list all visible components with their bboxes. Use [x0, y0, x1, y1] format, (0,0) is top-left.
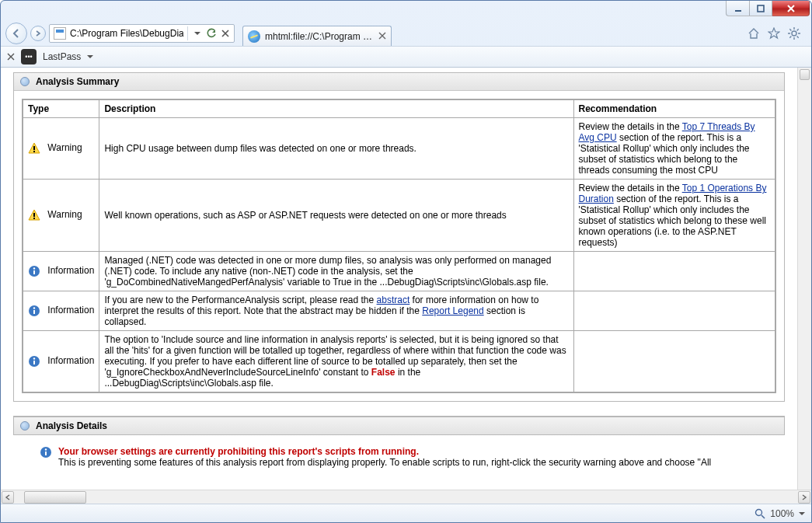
svg-rect-19 — [33, 310, 35, 314]
refresh-icon — [206, 28, 217, 39]
address-bar — [49, 24, 235, 43]
row-description: The option to 'Include source and line i… — [99, 331, 573, 393]
section-title: Analysis Details — [36, 420, 107, 431]
minimize-button[interactable] — [726, 1, 749, 16]
close-icon — [221, 29, 230, 38]
script-warning: Your browser settings are currently proh… — [5, 435, 793, 472]
table-row: Warning High CPU usage between dump file… — [23, 118, 775, 180]
row-recommendation: Review the details in the Top 7 Threads … — [573, 118, 775, 180]
row-recommendation — [573, 291, 775, 331]
analysis-summary-section: Analysis Summary Type Description Recomm… — [13, 72, 785, 402]
svg-point-27 — [756, 509, 762, 515]
info-icon — [28, 355, 40, 368]
close-button[interactable] — [772, 1, 810, 16]
row-recommendation — [573, 252, 775, 291]
report-legend-link[interactable]: Report Legend — [422, 305, 483, 316]
refresh-button[interactable] — [204, 26, 218, 40]
stop-button[interactable] — [218, 26, 232, 40]
tools-button[interactable] — [788, 27, 800, 40]
toolbar-close-button[interactable] — [7, 51, 15, 63]
close-icon — [7, 53, 15, 61]
horizontal-scrollbar[interactable] — [1, 490, 811, 504]
chevron-down-icon — [194, 32, 200, 35]
row-kind: Information — [47, 305, 94, 316]
false-constant: False — [371, 367, 396, 378]
zoom-level[interactable]: 100% — [770, 508, 794, 519]
lastpass-label[interactable]: LastPass — [43, 51, 81, 62]
info-icon — [28, 305, 40, 317]
vertical-scrollbar[interactable] — [797, 68, 811, 490]
svg-line-10 — [789, 37, 791, 38]
col-description: Description — [99, 99, 573, 118]
svg-rect-11 — [33, 146, 35, 150]
abstract-link[interactable]: abstract — [377, 295, 410, 305]
forward-button[interactable] — [30, 26, 46, 41]
table-row: Information Managed (.NET) code was dete… — [23, 252, 775, 291]
home-button[interactable] — [748, 27, 760, 40]
arrow-right-icon — [35, 30, 41, 37]
favorites-button[interactable] — [768, 27, 780, 40]
scroll-thumb[interactable] — [800, 69, 810, 80]
row-kind: Information — [47, 265, 94, 276]
analysis-details-section: Analysis Details — [13, 416, 785, 435]
svg-point-23 — [33, 357, 35, 359]
script-warning-text: Your browser settings are currently proh… — [58, 446, 711, 468]
magnifier-icon — [754, 508, 765, 519]
svg-rect-0 — [735, 10, 741, 12]
tab-active[interactable]: mhtml:file://C:\Program Fil... — [242, 26, 392, 46]
info-icon — [28, 265, 40, 277]
svg-line-8 — [797, 37, 799, 38]
zoom-button[interactable] — [754, 508, 765, 519]
svg-rect-1 — [758, 5, 764, 12]
lastpass-icon[interactable]: ••• — [21, 49, 37, 65]
svg-rect-16 — [33, 270, 35, 274]
info-icon — [40, 446, 52, 458]
row-description: High CPU usage between dump files was de… — [99, 118, 573, 180]
table-header-row: Type Description Recommendation — [23, 99, 775, 118]
analysis-details-header[interactable]: Analysis Details — [13, 417, 785, 435]
svg-point-2 — [792, 31, 796, 36]
summary-table-wrap: Type Description Recommendation — [14, 91, 784, 401]
warning-icon — [28, 209, 40, 221]
col-recommendation: Recommendation — [573, 99, 775, 118]
maximize-button[interactable] — [749, 1, 772, 16]
table-row: Warning Well known operations, such as A… — [23, 180, 775, 252]
chevron-down-icon[interactable] — [87, 55, 93, 58]
page-icon — [54, 27, 66, 40]
tab-title: mhtml:file://C:\Program Fil... — [265, 31, 374, 42]
svg-point-20 — [33, 307, 35, 309]
scroll-thumb[interactable] — [24, 491, 86, 504]
chevron-down-icon[interactable] — [799, 512, 805, 515]
section-title: Analysis Summary — [36, 76, 119, 87]
window-controls — [726, 1, 810, 16]
row-description: If you are new to the PerformanceAnalysi… — [99, 291, 573, 331]
analysis-summary-header[interactable]: Analysis Summary — [14, 73, 784, 91]
address-dropdown[interactable] — [190, 26, 204, 40]
svg-rect-12 — [33, 151, 35, 152]
svg-point-26 — [45, 448, 47, 450]
row-description: Managed (.NET) code was detected in one … — [99, 252, 573, 291]
gear-icon — [788, 27, 800, 40]
svg-rect-25 — [45, 452, 47, 455]
status-bar: 100% — [1, 504, 811, 522]
svg-rect-14 — [33, 218, 35, 219]
browser-window: mhtml:file://C:\Program Fil... ••• LastP… — [0, 0, 812, 523]
tab-close-button[interactable] — [378, 31, 386, 42]
ie-icon — [248, 30, 260, 43]
col-type: Type — [23, 99, 99, 118]
table-row: Information The option to 'Include sourc… — [23, 331, 775, 393]
scroll-left-button[interactable] — [2, 491, 14, 504]
report-body[interactable]: Analysis Summary Type Description Recomm… — [1, 68, 797, 490]
scroll-right-button[interactable] — [798, 491, 810, 504]
warning-icon — [28, 142, 40, 155]
chevron-left-icon — [5, 494, 11, 500]
script-warning-body: This is preventing some features of this… — [58, 457, 711, 468]
row-kind: Information — [47, 355, 94, 366]
chevron-right-icon — [801, 494, 807, 500]
address-input[interactable] — [68, 26, 185, 41]
navigation-bar: mhtml:file://C:\Program Fil... — [1, 21, 811, 46]
summary-table: Type Description Recommendation — [22, 99, 776, 393]
svg-line-7 — [789, 29, 791, 30]
back-button[interactable] — [5, 23, 27, 44]
titlebar — [1, 1, 811, 21]
